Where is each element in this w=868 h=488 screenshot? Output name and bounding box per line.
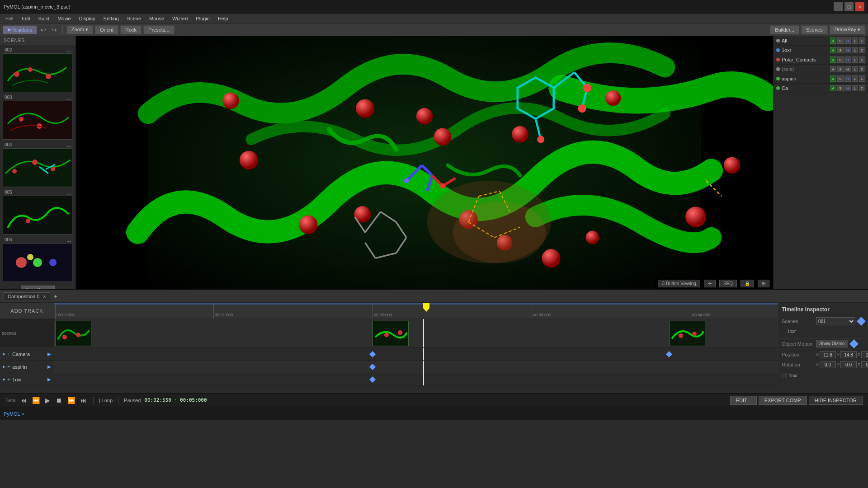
scene-more-002[interactable]: ···: [66, 48, 71, 55]
obj-btn-s-aspirin[interactable]: S: [837, 75, 844, 82]
obj-btn-a-polar[interactable]: A: [830, 56, 836, 63]
playhead-marker[interactable]: [423, 303, 429, 312]
save-scene-button[interactable]: Save Scene: [21, 286, 55, 289]
timeline-tracks[interactable]: [54, 319, 778, 393]
camera-track-expand[interactable]: ▶: [3, 352, 5, 356]
rot-y-input[interactable]: [840, 361, 857, 368]
menu-movie[interactable]: Movie: [54, 15, 74, 22]
pos-z-input[interactable]: [861, 351, 868, 358]
1oxr-track-expand[interactable]: ▶: [3, 377, 5, 381]
obj-btn-s-polar[interactable]: S: [837, 56, 844, 63]
obj-btn-a-aspirin[interactable]: A: [830, 75, 836, 82]
obj-btn-s-1oxr[interactable]: S: [837, 47, 844, 53]
expand-icon[interactable]: ⊞: [758, 280, 769, 287]
scene-more-004[interactable]: ···: [66, 143, 71, 150]
menu-plugin[interactable]: Plugin: [192, 15, 213, 22]
scenes-button[interactable]: Scenes: [801, 25, 828, 34]
go-start-button[interactable]: ⏮: [19, 397, 28, 404]
1oxr-track-add[interactable]: +: [7, 376, 10, 383]
scene-more-005[interactable]: ···: [66, 191, 71, 197]
pos-x-input[interactable]: [820, 351, 836, 358]
seq-button[interactable]: SEQ: [719, 280, 737, 287]
crosshair-icon[interactable]: ✛: [704, 280, 716, 287]
scene-block-mid[interactable]: [373, 321, 409, 346]
lock-icon[interactable]: 🔒: [741, 280, 754, 287]
obj-btn-h-aspirin[interactable]: H: [844, 75, 851, 82]
comp-tab-close-icon[interactable]: ×: [43, 294, 46, 299]
pymol-prompt[interactable]: PyMOL >: [4, 411, 24, 417]
menu-setting[interactable]: Setting: [100, 15, 123, 22]
scene-block-start[interactable]: [55, 321, 91, 346]
viewport[interactable]: 3-Button Viewing ✛ SEQ 🔒 ⊞: [76, 36, 773, 289]
rot-z-input[interactable]: [861, 361, 868, 368]
scene-item-006[interactable]: 006 ···: [3, 236, 73, 282]
scene-more-003[interactable]: ···: [66, 96, 71, 102]
keyframe-1oxr-1[interactable]: [369, 376, 376, 383]
scene-item-002[interactable]: 002 ···: [3, 47, 73, 92]
add-comp-tab-button[interactable]: +: [54, 293, 57, 300]
go-end-button[interactable]: ⏭: [80, 397, 88, 404]
menu-build[interactable]: Build: [35, 15, 53, 22]
prev-frame-button[interactable]: ⏪: [31, 397, 41, 404]
residues-button[interactable]: ▶ Residues: [3, 25, 37, 34]
orient-button[interactable]: Orient: [95, 25, 118, 34]
scene-item-003[interactable]: 003 ···: [3, 94, 73, 140]
rock-button[interactable]: Rock: [120, 25, 142, 34]
obj-btn-s-sele[interactable]: S: [837, 66, 844, 72]
menu-edit[interactable]: Edit: [18, 15, 34, 22]
next-frame-button[interactable]: ⏩: [66, 397, 76, 404]
obj-btn-a-ca[interactable]: A: [830, 85, 836, 91]
obj-btn-h-sele[interactable]: H: [844, 66, 851, 72]
obj-btn-h-ca[interactable]: H: [844, 85, 851, 91]
timeline-ruler[interactable]: 00:00:000 00:01:000 00:02:000 00:03:000 …: [54, 303, 778, 319]
export-comp-button[interactable]: EXPORT COMP: [759, 396, 807, 405]
keyframe-camera-2[interactable]: [666, 351, 672, 357]
obj-btn-c-all[interactable]: C: [859, 38, 865, 44]
inspector-1oxr-checkbox[interactable]: [782, 373, 787, 378]
obj-btn-s-all[interactable]: S: [837, 38, 844, 44]
obj-btn-h-all[interactable]: H: [844, 38, 851, 44]
minimize-button[interactable]: ─: [834, 2, 843, 11]
obj-btn-l-ca[interactable]: L: [852, 85, 858, 91]
obj-btn-c-1oxr[interactable]: C: [859, 47, 865, 53]
scene-more-006[interactable]: ···: [66, 238, 71, 244]
viewing-mode-badge[interactable]: 3-Button Viewing: [658, 280, 700, 287]
presets-button[interactable]: Presets...: [143, 25, 174, 34]
obj-btn-c-ca[interactable]: C: [859, 85, 865, 91]
menu-display[interactable]: Display: [75, 15, 99, 22]
zoom-button[interactable]: Zoom ▾: [66, 25, 93, 34]
redo-button[interactable]: ↪: [50, 25, 59, 34]
obj-btn-h-polar[interactable]: H: [844, 56, 851, 63]
obj-btn-a-1oxr[interactable]: A: [830, 47, 836, 53]
play-button[interactable]: ▶: [44, 397, 51, 404]
scene-block-end[interactable]: [669, 321, 705, 346]
inspector-motion-diamond[interactable]: [849, 339, 859, 348]
pos-y-input[interactable]: [840, 351, 857, 358]
aspirin-track-add[interactable]: +: [7, 364, 10, 370]
show-gizmo-button[interactable]: Show Gizmo: [816, 340, 848, 347]
draw-ray-button[interactable]: Draw/Ray ▾: [830, 25, 865, 34]
close-button[interactable]: ×: [855, 2, 864, 11]
menu-mouse[interactable]: Mouse: [146, 15, 168, 22]
scene-item-005[interactable]: 005 ···: [3, 189, 73, 235]
undo-button[interactable]: ↩: [39, 25, 48, 34]
keyframe-camera-1[interactable]: [369, 351, 376, 357]
obj-btn-s-ca[interactable]: S: [837, 85, 844, 91]
obj-btn-l-1oxr[interactable]: L: [852, 47, 858, 53]
obj-btn-l-aspirin[interactable]: L: [852, 75, 858, 82]
composition-tab[interactable]: Composition 0 ×: [4, 292, 50, 300]
obj-btn-l-sele[interactable]: L: [852, 66, 858, 72]
add-track-button[interactable]: ADD TRACK: [0, 303, 54, 319]
scene-thumbnail-004[interactable]: [3, 148, 72, 187]
edit-button[interactable]: EDIT...: [730, 396, 757, 405]
maximize-button[interactable]: □: [844, 2, 854, 11]
scene-thumbnail-002[interactable]: [3, 53, 72, 92]
inspector-scenes-select[interactable]: 001: [816, 317, 855, 325]
keyframe-aspirin-1[interactable]: [369, 364, 376, 370]
obj-btn-c-aspirin[interactable]: C: [859, 75, 865, 82]
scene-thumbnail-005[interactable]: [3, 196, 72, 235]
menu-scene[interactable]: Scene: [123, 15, 145, 22]
stop-button[interactable]: ⏹: [55, 397, 63, 404]
menu-file[interactable]: File: [2, 15, 17, 22]
inspector-scenes-diamond[interactable]: [857, 317, 866, 326]
